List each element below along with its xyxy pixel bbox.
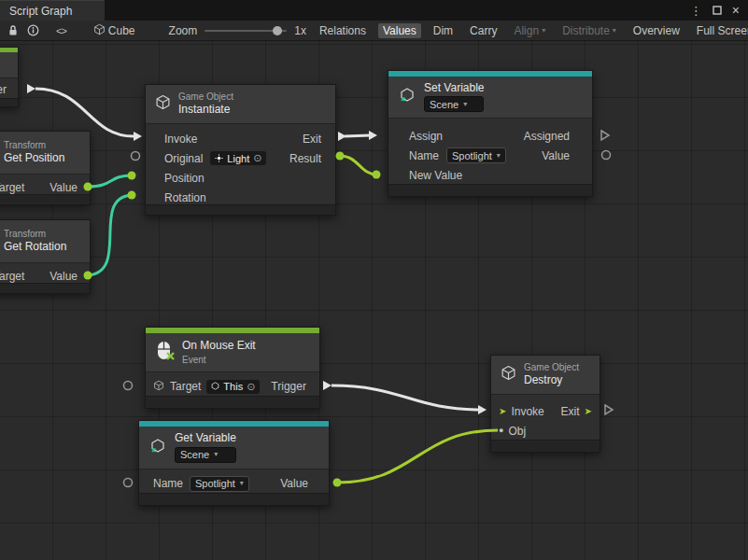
- variable-scope-dropdown[interactable]: Scene ▾: [424, 96, 484, 112]
- rotation-input-label: Rotation: [164, 191, 206, 204]
- caret-down-icon: ▾: [214, 451, 218, 458]
- node-set-variable[interactable]: Set Variable Scene ▾ Assign Assigned Nam…: [388, 70, 593, 197]
- invoke-input-label: Invoke: [511, 405, 543, 418]
- object-picker-icon[interactable]: ⊙: [247, 382, 255, 392]
- port-row: Invoke Exit: [146, 129, 335, 148]
- node-get-rotation[interactable]: Transform Get Rotation Target Value: [0, 219, 91, 294]
- node-offscreen-event[interactable]: Trigger: [0, 47, 19, 107]
- relations-button[interactable]: Relations: [315, 23, 371, 38]
- info-icon[interactable]: [27, 22, 39, 39]
- target-input-label: Target: [0, 270, 24, 283]
- node-category: Game Object: [178, 91, 233, 102]
- object-field-this[interactable]: This ⊙: [206, 380, 260, 394]
- cube-icon: [153, 380, 164, 394]
- assigned-output-label: Assigned: [524, 130, 570, 143]
- obj-port-dot-icon[interactable]: ●: [499, 427, 503, 435]
- cube-icon: [211, 381, 219, 392]
- carry-button[interactable]: Carry: [465, 23, 501, 38]
- object-picker-icon[interactable]: ⊙: [253, 153, 261, 163]
- exit-output-label: Exit: [561, 405, 580, 418]
- node-header: Game Object Destroy: [491, 356, 600, 395]
- node-destroy[interactable]: Game Object Destroy ➤ Invoke Exit ➤ ● Ob…: [490, 355, 600, 453]
- zoom-slider[interactable]: [205, 30, 287, 32]
- node-title: On Mouse Exit: [182, 340, 256, 353]
- result-output-label: Result: [289, 152, 321, 165]
- trigger-output-label: Trigger: [271, 380, 306, 393]
- node-on-mouse-exit[interactable]: On Mouse Exit Event Target This ⊙: [145, 327, 320, 409]
- align-button[interactable]: Align▾: [509, 23, 550, 38]
- node-footer: [146, 204, 335, 215]
- object-field-light[interactable]: Light ⊙: [210, 151, 266, 165]
- node-footer: [0, 194, 90, 204]
- node-get-position[interactable]: Transform Get Position Target Value: [0, 131, 91, 205]
- node-header: Transform Get Position: [0, 132, 90, 175]
- variable-name-dropdown[interactable]: Spotlight ▾: [190, 476, 249, 492]
- obj-input-label: Obj: [508, 425, 526, 438]
- target-object-button[interactable]: Cube: [89, 22, 140, 39]
- tab-script-graph[interactable]: Script Graph: [0, 0, 105, 21]
- invoke-port-arrow-icon[interactable]: ➤: [499, 407, 506, 416]
- fullscreen-button[interactable]: Full Screen: [692, 23, 748, 38]
- node-title: Get Position: [4, 152, 64, 165]
- node-footer: [146, 396, 319, 408]
- name-input-label: Name: [409, 149, 439, 162]
- node-title: Destroy: [524, 374, 579, 387]
- overview-button[interactable]: Overview: [628, 23, 684, 38]
- node-instantiate[interactable]: Game Object Instantiate Invoke Exit Orig…: [145, 84, 336, 216]
- exit-port-arrow-icon[interactable]: ➤: [585, 407, 592, 416]
- caret-down-icon: ▾: [463, 101, 467, 108]
- node-header: Game Object Instantiate: [146, 85, 335, 124]
- node-category: Game Object: [524, 362, 579, 372]
- original-input-label: Original: [164, 152, 203, 165]
- tab-bar-spacer: [105, 0, 690, 21]
- object-field-value: Light: [227, 153, 249, 164]
- trigger-output-label: Trigger: [0, 83, 7, 96]
- graph-toolbar: <> Cube Zoom 1x Relations Values Dim Car…: [0, 21, 748, 41]
- port-row: New Value: [388, 165, 592, 185]
- caret-down-icon: ▾: [240, 480, 244, 487]
- menu-dots-icon[interactable]: ⋮: [690, 5, 702, 17]
- object-field-value: This: [223, 381, 243, 392]
- tab-title: Script Graph: [9, 5, 72, 18]
- name-input-label: Name: [153, 477, 183, 490]
- code-icon[interactable]: <>: [56, 22, 66, 39]
- values-button[interactable]: Values: [378, 23, 421, 38]
- exit-output-label: Exit: [303, 133, 321, 146]
- port-row: Position: [146, 168, 335, 188]
- variable-name-value: Spotlight: [452, 150, 492, 161]
- variable-name-dropdown[interactable]: Spotlight ▾: [446, 147, 506, 163]
- cube-icon: [501, 365, 516, 385]
- node-title: Get Rotation: [4, 241, 66, 254]
- maximize-icon[interactable]: [713, 3, 722, 18]
- node-title: Set Variable: [424, 82, 484, 95]
- node-title: Instantiate: [178, 104, 233, 117]
- close-icon[interactable]: ×: [732, 4, 740, 17]
- distribute-button[interactable]: Distribute▾: [557, 23, 621, 38]
- graph-canvas[interactable]: Trigger Transform Get Position Target Va…: [0, 41, 748, 560]
- port-row: ● Obj: [491, 421, 600, 441]
- zoom-label: Zoom: [169, 24, 198, 37]
- node-header: Set Variable Scene ▾: [388, 77, 592, 119]
- zoom-control: Zoom 1x: [169, 24, 306, 37]
- scope-value: Scene: [180, 449, 209, 460]
- value-output-label: Value: [49, 181, 78, 194]
- node-category: Transform: [4, 229, 66, 239]
- zoom-slider-knob[interactable]: [273, 26, 282, 35]
- port-row: Original Light ⊙ Result: [146, 148, 335, 168]
- node-get-variable[interactable]: Get Variable Scene ▾ Name Spotlight ▾ Va…: [138, 420, 330, 506]
- value-output-label: Value: [280, 477, 308, 490]
- dim-button[interactable]: Dim: [429, 23, 458, 38]
- cube-icon: [155, 94, 171, 114]
- target-object-label: Cube: [108, 24, 135, 37]
- caret-down-icon: ▾: [497, 152, 501, 160]
- node-footer: [388, 184, 592, 196]
- node-footer: [0, 98, 18, 106]
- variable-scope-dropdown[interactable]: Scene ▾: [175, 447, 236, 463]
- lock-icon[interactable]: [7, 22, 19, 39]
- position-input-label: Position: [164, 172, 205, 185]
- mouse-icon: [155, 340, 175, 366]
- node-category: Transform: [4, 140, 64, 150]
- node-header: Transform Get Rotation: [0, 220, 90, 263]
- cube-icon: [93, 23, 106, 38]
- caret-down-icon: ▾: [542, 27, 545, 35]
